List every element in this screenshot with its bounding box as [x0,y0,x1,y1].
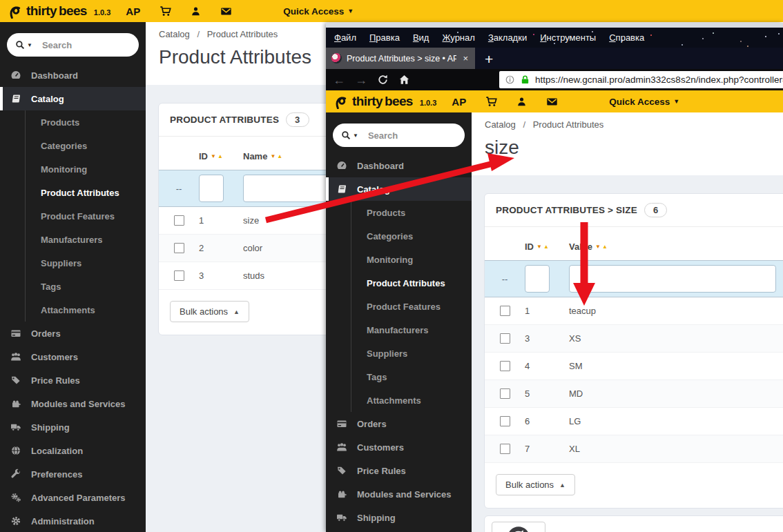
sidebar-item-price-rules[interactable]: Price Rules [0,368,146,392]
sidebar-item-administration[interactable]: Administration [0,509,146,532]
column-header-id[interactable]: ID▼▲ [199,151,239,161]
sidebar-item-suppliers[interactable]: Suppliers [351,342,472,365]
sidebar-item-preferences[interactable]: Preferences [0,462,146,486]
url-input[interactable] [535,75,783,85]
breadcrumb-product-attributes-link[interactable]: Product Attributes [533,119,604,130]
sidebar-item-customers[interactable]: Customers [326,435,472,459]
sidebar-item-catalog[interactable]: Catalog [0,87,146,110]
sidebar-item-monitoring[interactable]: Monitoring [351,248,472,271]
sidebar-item-orders[interactable]: Orders [0,322,146,345]
thirtybees-logo[interactable]: thirtybees 1.0.3 [333,94,436,109]
sidebar-item-shipping[interactable]: Shipping [326,506,472,529]
menu-view[interactable]: Вид [413,32,429,43]
refresh-list-button[interactable] [492,522,545,532]
menu-history[interactable]: Журнал [442,32,474,43]
menu-file[interactable]: Файл [334,32,356,43]
sidebar-item-categories[interactable]: Categories [351,224,472,248]
cart-button[interactable] [485,96,497,108]
sidebar-item-modules[interactable]: Modules and Services [0,392,146,415]
bulk-actions-button[interactable]: Bulk actions▲ [170,301,249,322]
sidebar-item-modules[interactable]: Modules and Services [326,482,472,506]
table-row[interactable]: 5MD [485,380,783,408]
employee-initials-badge[interactable]: AP [452,96,466,108]
sidebar-item-product-features[interactable]: Product Features [351,295,472,318]
employee-initials-badge[interactable]: AP [126,6,140,17]
sort-desc-icon[interactable]: ▼ [595,244,601,250]
sidebar-item-manufacturers[interactable]: Manufacturers [26,228,146,251]
row-checkbox[interactable] [500,333,510,344]
outer-search-box[interactable]: ▼ [7,33,139,57]
filter-id-input[interactable] [199,175,224,202]
filter-value-input[interactable] [569,265,776,293]
cart-button[interactable] [160,6,171,17]
sidebar-item-tags[interactable]: Tags [351,365,472,388]
row-checkbox[interactable] [500,416,510,426]
row-checkbox[interactable] [174,215,184,226]
sort-asc-icon[interactable]: ▲ [602,244,608,250]
forward-button[interactable]: → [355,74,367,86]
back-button[interactable]: ← [333,74,345,86]
row-checkbox[interactable] [174,270,184,281]
sidebar-item-price-rules[interactable]: Price Rules [326,459,472,482]
quick-access-menu[interactable]: Quick Access▼ [609,97,679,107]
sidebar-item-shipping[interactable]: Shipping [0,415,146,439]
sidebar-item-dashboard[interactable]: Dashboard [0,63,146,87]
inner-search-box[interactable]: ▼ [333,124,465,147]
table-row[interactable]: 4SM [485,353,783,380]
column-header-id[interactable]: ID▼▲ [525,242,565,252]
profile-button[interactable] [516,97,527,107]
messages-button[interactable] [546,96,558,108]
search-input[interactable] [367,130,443,141]
table-row[interactable]: 7XL [485,435,783,463]
menu-help[interactable]: Справка [609,32,644,43]
browser-tab[interactable]: Product Attributes > size • AP × [326,48,475,69]
table-row[interactable]: 1teacup [485,297,783,325]
thirtybees-logo[interactable]: thirtybees 1.0.3 [7,3,110,19]
row-checkbox[interactable] [174,243,184,253]
sidebar-item-localization[interactable]: Localization [0,439,146,462]
column-header-value[interactable]: Value▼▲ [565,242,783,252]
breadcrumb-catalog-link[interactable]: Catalog [159,29,190,39]
table-row[interactable]: 3XS [485,325,783,353]
sidebar-item-categories[interactable]: Categories [26,134,146,157]
filter-id-input[interactable] [525,265,550,293]
breadcrumb-catalog-link[interactable]: Catalog [485,119,516,130]
home-button[interactable] [398,74,410,86]
sidebar-item-monitoring[interactable]: Monitoring [26,157,146,181]
row-checkbox[interactable] [500,306,510,316]
url-bar[interactable] [499,71,783,88]
quick-access-menu[interactable]: Quick Access▼ [283,6,354,17]
row-checkbox[interactable] [500,444,510,454]
sidebar-item-catalog[interactable]: Catalog [326,177,472,201]
sort-asc-icon[interactable]: ▲ [543,244,549,250]
sidebar-item-customers[interactable]: Customers [0,345,146,368]
sidebar-item-product-attributes[interactable]: Product Attributes [26,181,146,204]
menu-bookmarks[interactable]: Закладки [488,32,527,43]
sort-asc-icon[interactable]: ▲ [277,153,282,159]
messages-button[interactable] [220,6,232,17]
sort-asc-icon[interactable]: ▲ [218,153,223,159]
sidebar-item-tags[interactable]: Tags [26,275,146,298]
row-checkbox[interactable] [500,361,510,371]
reload-button[interactable] [377,74,389,86]
sidebar-item-attachments[interactable]: Attachments [351,388,472,412]
breadcrumb-current[interactable]: Product Attributes [207,29,278,39]
sort-desc-icon[interactable]: ▼ [211,153,216,159]
sort-desc-icon[interactable]: ▼ [270,153,276,159]
sidebar-item-products[interactable]: Products [351,201,472,224]
sidebar-item-dashboard[interactable]: Dashboard [326,154,472,177]
menu-edit[interactable]: Правка [369,32,400,43]
sidebar-item-suppliers[interactable]: Suppliers [26,251,146,275]
sidebar-item-product-features[interactable]: Product Features [26,204,146,228]
bulk-actions-button[interactable]: Bulk actions▲ [496,474,575,495]
row-checkbox[interactable] [500,388,510,399]
new-tab-button[interactable]: + [485,51,493,68]
sidebar-item-products[interactable]: Products [26,110,146,134]
menu-tools[interactable]: Инструменты [540,32,596,43]
sidebar-item-advanced-parameters[interactable]: Advanced Parameters [0,486,146,509]
table-row[interactable]: 6LG [485,408,783,435]
tab-close-icon[interactable]: × [461,53,470,63]
profile-button[interactable] [191,6,201,17]
sort-desc-icon[interactable]: ▼ [536,244,542,250]
search-input[interactable] [41,39,117,51]
